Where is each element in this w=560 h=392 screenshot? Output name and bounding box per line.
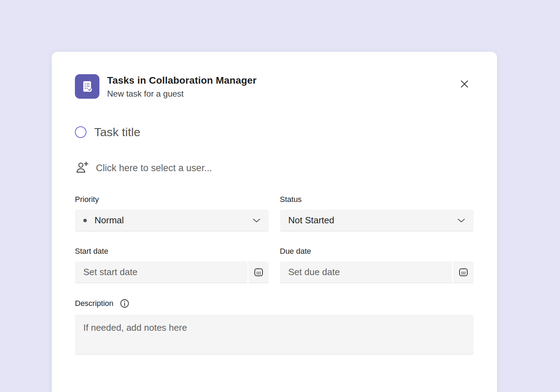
dialog-subtitle: New task for a guest <box>107 89 257 99</box>
task-title-row[interactable]: Task title <box>75 125 474 139</box>
start-date-input[interactable]: Set start date <box>75 261 269 283</box>
start-date-field: Start date Set start date <box>75 247 269 283</box>
circle-outline-icon[interactable] <box>75 126 86 138</box>
status-dropdown[interactable]: Not Started <box>280 210 474 231</box>
priority-dropdown[interactable]: Normal <box>75 210 269 231</box>
dot-icon <box>83 219 87 222</box>
field-grid: Priority Normal Status Not Started <box>75 195 474 283</box>
start-date-placeholder[interactable]: Set start date <box>75 261 247 283</box>
task-title-input[interactable]: Task title <box>94 125 140 139</box>
description-label: Description <box>75 299 113 308</box>
chevron-down-icon <box>253 218 260 223</box>
dialog-header: Tasks in Collaboration Manager New task … <box>75 74 474 99</box>
description-label-row: Description <box>75 299 474 308</box>
task-list-icon <box>75 74 99 99</box>
priority-value: Normal <box>94 215 124 226</box>
close-button[interactable] <box>457 76 472 92</box>
due-date-input[interactable]: Set due date <box>280 261 474 283</box>
person-add-icon <box>75 161 90 175</box>
description-input[interactable]: If needed, add notes here <box>75 315 474 355</box>
start-date-label: Start date <box>75 247 269 256</box>
status-value: Not Started <box>288 215 335 226</box>
due-date-picker-button[interactable] <box>453 261 474 283</box>
calendar-icon <box>458 267 468 277</box>
description-placeholder: If needed, add notes here <box>83 322 187 333</box>
desktop-background: Tasks in Collaboration Manager New task … <box>0 0 560 392</box>
due-date-field: Due date Set due date <box>280 247 474 283</box>
dialog-titles: Tasks in Collaboration Manager New task … <box>107 74 257 99</box>
due-date-placeholder[interactable]: Set due date <box>280 261 453 283</box>
assignee-picker[interactable]: Click here to select a user... <box>75 161 474 175</box>
priority-label: Priority <box>75 195 269 204</box>
start-date-picker-button[interactable] <box>248 261 269 283</box>
info-icon[interactable] <box>120 299 130 308</box>
due-date-label: Due date <box>280 247 474 256</box>
calendar-icon <box>254 267 264 277</box>
dialog-title: Tasks in Collaboration Manager <box>107 75 257 86</box>
task-dialog: Tasks in Collaboration Manager New task … <box>52 52 497 392</box>
assignee-placeholder[interactable]: Click here to select a user... <box>96 163 212 174</box>
priority-field: Priority Normal <box>75 195 269 231</box>
status-field: Status Not Started <box>280 195 474 231</box>
chevron-down-icon <box>457 218 465 223</box>
close-icon <box>460 79 469 89</box>
status-label: Status <box>280 195 474 204</box>
